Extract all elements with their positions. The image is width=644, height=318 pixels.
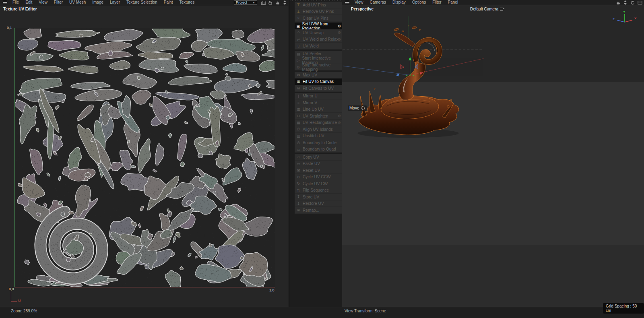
u-axis-indicator (11, 301, 17, 301)
command-label: UV Peeler (303, 52, 321, 56)
vp-menu-view[interactable]: View (351, 0, 367, 5)
gear-icon: ⚙ (338, 37, 341, 41)
command-label: Unstitch UV (303, 134, 324, 138)
paste-icon: ▭ (296, 162, 301, 166)
vp-menu-panel[interactable]: Panel (445, 0, 462, 5)
command-flip-sequence: ⇅Flip Sequence (295, 187, 342, 194)
command-mirror-u: ∥Mirror U (295, 93, 342, 100)
weld-icon: ▯ (296, 44, 301, 48)
vp-pan-hand-icon[interactable] (615, 0, 621, 5)
vp-menu-display[interactable]: Display (389, 0, 409, 5)
mirror-u-icon: ∥ (296, 94, 301, 98)
vp-rotate-icon[interactable] (630, 0, 636, 5)
uv-editor-title: Texture UV Editor (3, 7, 37, 11)
command-line-up-uv: ⊡Line Up UV (295, 106, 342, 113)
lineup-icon: ⊡ (296, 107, 301, 112)
gear-icon: ⚙ (338, 31, 341, 35)
uv-commands-list: ⊤Add UV Pins⊥Remove UV Pins×Clear UV Pin… (289, 2, 342, 215)
command-label: Stop Interactive Mapping (302, 63, 342, 72)
menu-file[interactable]: File (9, 0, 22, 5)
histogram-icon[interactable] (260, 0, 266, 5)
gear-icon: ⚙ (338, 114, 341, 118)
menu-filter[interactable]: Filter (51, 0, 66, 5)
menu-textures[interactable]: Textures (176, 0, 198, 5)
command-label: UV Rectangularize (303, 120, 337, 125)
command-set-uvw-from-projection[interactable]: ▣Set UVW from Projection⚙ (295, 23, 342, 30)
command-label: Flip Sequence (303, 188, 329, 192)
view-orientation-gizmo[interactable]: Y Z X (610, 9, 641, 27)
b-circle-icon: ◎ (296, 140, 301, 145)
axis-y-label: Y (623, 10, 625, 14)
vp-move-updown-icon[interactable] (622, 0, 628, 5)
command-remove-uv-pins: ⊥Remove UV Pins (295, 8, 342, 15)
command-label: Add UV Pins (303, 3, 326, 7)
command-label: Copy UV (303, 155, 319, 159)
menu-view[interactable]: View (35, 0, 51, 5)
project-dropdown[interactable]: Project ▼ (234, 0, 257, 5)
command-fit-uv-to-canvas[interactable]: ⊞Fit UV to Canvas (295, 78, 342, 85)
menu-layer[interactable]: Layer (107, 0, 123, 5)
gear-icon: ⚙ (338, 121, 341, 125)
move-tool-label: Move (349, 106, 359, 110)
x-axis-tip-dot (422, 72, 423, 73)
uv-label-0-1: 0,1 (7, 26, 12, 30)
z-axis-guide (343, 66, 410, 75)
menu-image[interactable]: Image (89, 0, 107, 5)
command-fit-canvas-to-uv: ⊟Fit Canvas to UV (295, 85, 342, 92)
fit-canvas-icon: ⊟ (296, 86, 301, 90)
lock-icon[interactable] (267, 0, 273, 5)
hamburger-menu-icon[interactable] (3, 1, 7, 4)
cw-icon: ↻ (296, 182, 301, 186)
stop-icon: ⊘ (296, 65, 300, 69)
gizmo-center[interactable] (410, 74, 411, 75)
move-cursor-icon (361, 106, 365, 110)
command-copy-uv: ▱Copy UV (295, 154, 342, 161)
command-store-uv: ↧Store UV (295, 194, 342, 200)
move-updown-icon[interactable] (282, 0, 288, 5)
gear-icon[interactable]: ⚙ (338, 24, 341, 28)
viewport-hamburger-icon[interactable] (345, 1, 349, 4)
viewport-scene (342, 5, 644, 307)
command-label: Max UV (303, 73, 317, 77)
command-label: UV Straighten (303, 114, 328, 118)
copy-icon: ▱ (296, 155, 301, 159)
command-label: Mirror U (303, 94, 318, 98)
command-label: Store UV (303, 195, 319, 199)
command-cycle-uv-ccw: ↺Cycle UV CCW (295, 174, 342, 181)
pin-remove-icon: ⊥ (296, 10, 301, 14)
command-label: Clear UV Pins (303, 16, 328, 21)
y-axis-arrowhead[interactable] (409, 57, 412, 60)
menu-texture-selection[interactable]: Texture Selection (123, 0, 161, 5)
vp-menu-options[interactable]: Options (409, 0, 429, 5)
fit-uv-icon: ⊞ (296, 80, 301, 84)
command-uv-weld: ▯UV Weld (295, 43, 342, 50)
peeler-icon: ▤ (296, 52, 301, 56)
clear-icon: × (296, 16, 301, 20)
command-mirror-v: ≡Mirror V (295, 99, 342, 106)
vp-maximize-window-icon[interactable] (637, 0, 643, 5)
mirror-v-icon: ≡ (296, 101, 301, 105)
panel-grip-dots[interactable] (291, 0, 341, 1)
restore-icon: ↥ (296, 202, 301, 206)
command-label: Mirror V (303, 101, 317, 105)
chocolate-model[interactable] (357, 25, 458, 138)
menu-edit[interactable]: Edit (22, 0, 35, 5)
command-uv-unwrap: ◠UV Unwrap⚙ (295, 29, 342, 36)
command-align-uv-islands: ∅Align UV Islands (295, 126, 342, 133)
straighten-icon: ⊟ (296, 114, 301, 118)
menu-uv-mesh[interactable]: UV Mesh (66, 0, 89, 5)
xy-plane-handle[interactable] (400, 64, 404, 68)
uv-texture-canvas[interactable] (14, 28, 275, 287)
command-label: Paste UV (303, 161, 320, 166)
z-axis-handle[interactable] (396, 74, 399, 76)
vp-menu-filter[interactable]: Filter (429, 0, 444, 5)
vp-menu-cameras[interactable]: Cameras (367, 0, 390, 5)
command-uv-rectangularize: ▦UV Rectangularize⚙ (295, 120, 342, 126)
pan-hand-icon[interactable] (275, 0, 281, 5)
command-boundary-to-circle: ◎Boundary to Circle (295, 139, 342, 146)
axis-z-label: Z (613, 17, 615, 21)
unstitch-icon: ▥ (296, 134, 301, 138)
viewport-camera-label[interactable]: Default Camera (470, 7, 504, 11)
menu-paint[interactable]: Paint (161, 0, 176, 5)
camera-swap-icon[interactable] (500, 7, 504, 11)
